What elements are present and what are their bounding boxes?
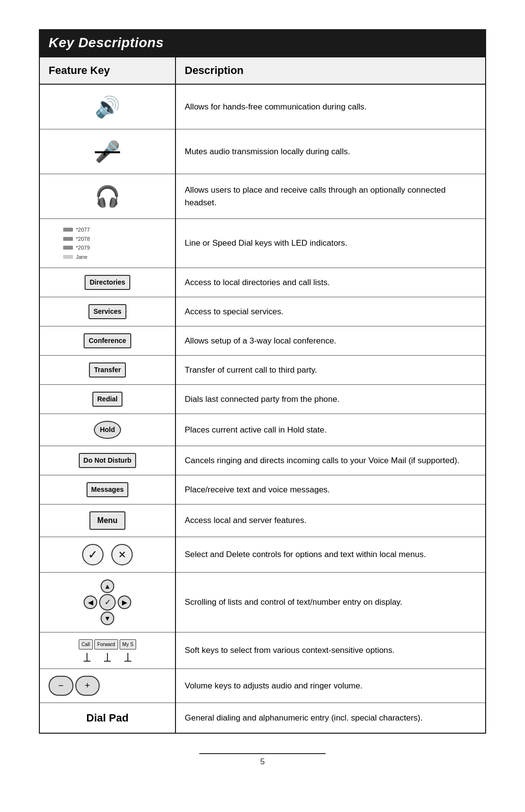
softkey-leg-1 xyxy=(84,653,90,662)
table-row: − + Volume keys to adjusts audio and rin… xyxy=(39,669,486,703)
key-cell-dialpad: Dial Pad xyxy=(39,703,175,734)
desc-cell-dialpad: General dialing and alphanumeric entry (… xyxy=(175,703,486,734)
table-row: ▲ ◀ ✓ ▶ ▼ Scrolling of lists and control… xyxy=(39,573,486,632)
mute-icon: 🎤 xyxy=(95,136,120,167)
line-led-3 xyxy=(63,246,73,250)
desc-cell-redial: Dials last connected party from the phon… xyxy=(175,385,486,414)
key-cell-messages: Messages xyxy=(39,475,175,505)
desc-cell-services: Access to special services. xyxy=(175,297,486,326)
speaker-icon: 🔊 xyxy=(95,91,120,122)
nav-left-icon: ◀ xyxy=(84,595,97,609)
nav-bot-row: ▼ xyxy=(101,612,114,625)
key-cell-services: Services xyxy=(39,297,175,326)
line-text-3: *2079 xyxy=(76,244,90,252)
nav-top-row: ▲ xyxy=(101,579,114,593)
key-cell-volume: − + xyxy=(39,669,175,703)
softkeys-legs xyxy=(84,653,131,662)
softkeys-buttons-row: Call Forward My S xyxy=(79,639,137,650)
key-cell-menu: Menu xyxy=(39,505,175,537)
col-header-description: Description xyxy=(175,57,486,84)
desc-cell-directories: Access to local directories and call lis… xyxy=(175,268,486,297)
volume-down-icon: − xyxy=(49,676,73,696)
hold-button: Hold xyxy=(94,421,121,439)
menu-button: Menu xyxy=(89,511,125,530)
col-header-feature: Feature Key xyxy=(39,57,175,84)
nav-right-icon: ▶ xyxy=(118,595,131,609)
transfer-button: Transfer xyxy=(89,362,125,378)
volume-up-icon: + xyxy=(75,676,100,696)
desc-cell-linekeys: Line or Speed Dial keys with LED indicat… xyxy=(175,219,486,268)
select-icon: ✓ xyxy=(82,544,104,565)
redial-button: Redial xyxy=(92,392,122,407)
line-text-2: *2078 xyxy=(76,235,90,243)
line-led-2 xyxy=(63,237,73,241)
table-row: Hold Places current active call in Hold … xyxy=(39,414,486,446)
desc-cell-headset: Allows users to place and receive calls … xyxy=(175,174,486,219)
desc-cell-speaker: Allows for hands-free communication duri… xyxy=(175,84,486,129)
line-key-row-4: Jane xyxy=(63,253,88,261)
table-row: Redial Dials last connected party from t… xyxy=(39,385,486,414)
services-button: Services xyxy=(88,304,126,319)
key-cell-select-delete: ✓ ✕ xyxy=(39,537,175,573)
page-container: Key Descriptions Feature Key Description… xyxy=(39,29,486,767)
table-row: Services Access to special services. xyxy=(39,297,486,326)
feature-table: Feature Key Description 🔊 Allows for han… xyxy=(39,56,486,734)
line-led-1 xyxy=(63,228,73,232)
nav-center-icon: ✓ xyxy=(99,594,116,611)
desc-cell-select-delete: Select and Delete controls for options a… xyxy=(175,537,486,573)
table-row: Messages Place/receive text and voice me… xyxy=(39,475,486,505)
line-key-row-3: *2079 xyxy=(63,244,90,252)
footer-page-number: 5 xyxy=(260,757,264,767)
line-text-4: Jane xyxy=(76,253,88,261)
desc-cell-hold: Places current active call in Hold state… xyxy=(175,414,486,446)
key-cell-speaker: 🔊 xyxy=(39,84,175,129)
key-cell-directories: Directories xyxy=(39,268,175,297)
table-row: 🔊 Allows for hands-free communication du… xyxy=(39,84,486,129)
key-cell-linekeys: *2077 *2078 *2079 Jane xyxy=(39,219,175,268)
table-row: Transfer Transfer of current call to thi… xyxy=(39,356,486,385)
key-cell-nav: ▲ ◀ ✓ ▶ ▼ xyxy=(39,573,175,632)
softkey-leg-2 xyxy=(104,653,111,662)
select-delete-diagram: ✓ ✕ xyxy=(49,544,166,565)
desc-cell-transfer: Transfer of current call to third party. xyxy=(175,356,486,385)
key-cell-conference: Conference xyxy=(39,326,175,356)
desc-cell-volume: Volume keys to adjusts audio and ringer … xyxy=(175,669,486,703)
key-cell-softkeys: Call Forward My S xyxy=(39,632,175,669)
softkey-leg-3 xyxy=(124,653,131,662)
key-cell-transfer: Transfer xyxy=(39,356,175,385)
desc-cell-messages: Place/receive text and voice messages. xyxy=(175,475,486,505)
line-led-4 xyxy=(63,255,73,259)
table-row: Directories Access to local directories … xyxy=(39,268,486,297)
nav-up-icon: ▲ xyxy=(101,579,114,593)
desc-cell-dnd: Cancels ringing and directs incoming cal… xyxy=(175,446,486,475)
dial-pad-label: Dial Pad xyxy=(87,712,129,724)
key-cell-hold: Hold xyxy=(39,414,175,446)
table-row: *2077 *2078 *2079 Jane xyxy=(39,219,486,268)
line-key-row-2: *2078 xyxy=(63,235,90,243)
nav-mid-row: ◀ ✓ ▶ xyxy=(84,594,131,611)
directories-button: Directories xyxy=(85,275,130,290)
messages-button: Messages xyxy=(87,482,129,497)
table-row: Menu Access local and server features. xyxy=(39,505,486,537)
delete-icon: ✕ xyxy=(111,544,133,565)
line-keys-diagram: *2077 *2078 *2079 Jane xyxy=(49,226,166,261)
nav-cluster-diagram: ▲ ◀ ✓ ▶ ▼ xyxy=(84,579,131,625)
key-cell-headset: 🎧 xyxy=(39,174,175,219)
table-row: ✓ ✕ Select and Delete controls for optio… xyxy=(39,537,486,573)
nav-down-icon: ▼ xyxy=(101,612,114,625)
softkey-my: My S xyxy=(120,639,137,650)
desc-cell-menu: Access local and server features. xyxy=(175,505,486,537)
key-cell-redial: Redial xyxy=(39,385,175,414)
key-cell-mute: 🎤 xyxy=(39,129,175,174)
desc-cell-nav: Scrolling of lists and control of text/n… xyxy=(175,573,486,632)
table-row: 🎧 Allows users to place and receive call… xyxy=(39,174,486,219)
conference-button: Conference xyxy=(84,333,131,348)
key-cell-dnd: Do Not Disturb xyxy=(39,446,175,475)
line-text-1: *2077 xyxy=(76,226,90,234)
page-footer: 5 xyxy=(39,753,486,767)
softkeys-diagram: Call Forward My S xyxy=(49,639,166,662)
table-row: Conference Allows setup of a 3-way local… xyxy=(39,326,486,356)
table-row: Do Not Disturb Cancels ringing and direc… xyxy=(39,446,486,475)
table-row: 🎤 Mutes audio transmission locally durin… xyxy=(39,129,486,174)
volume-keys-diagram: − + xyxy=(49,676,166,696)
